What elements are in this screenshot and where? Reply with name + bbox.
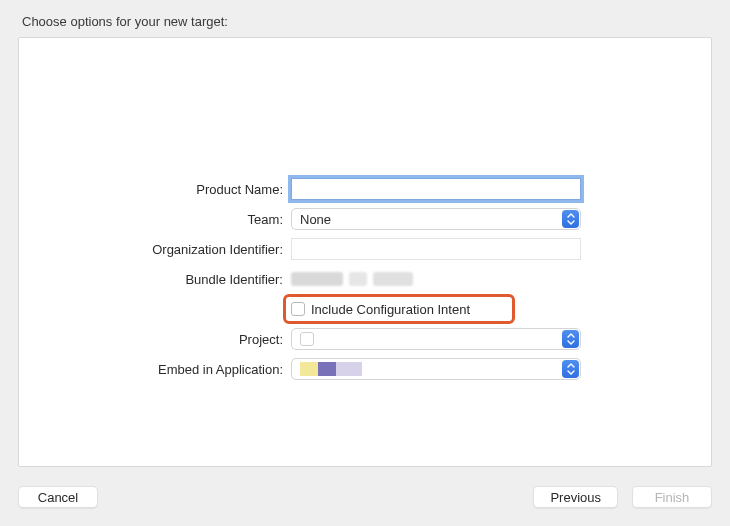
- row-product-name: Product Name:: [19, 174, 711, 204]
- team-select[interactable]: None: [291, 208, 581, 230]
- sheet-title: Choose options for your new target:: [22, 14, 712, 29]
- new-target-options-sheet: Choose options for your new target: Prod…: [0, 0, 730, 526]
- row-project: Project:: [19, 324, 711, 354]
- label-embed-app: Embed in Application:: [19, 362, 291, 377]
- include-config-checkbox[interactable]: [291, 302, 305, 316]
- org-id-field[interactable]: [291, 238, 581, 260]
- project-icon: [300, 332, 314, 346]
- label-product-name: Product Name:: [19, 182, 291, 197]
- row-embed-app: Embed in Application:: [19, 354, 711, 384]
- embed-app-select[interactable]: [291, 358, 581, 380]
- options-panel: Product Name: Team: None Organiz: [18, 37, 712, 467]
- button-bar: Cancel Previous Finish: [18, 486, 712, 508]
- options-form: Product Name: Team: None Organiz: [19, 174, 711, 384]
- product-name-input[interactable]: [291, 178, 581, 200]
- project-select[interactable]: [291, 328, 581, 350]
- bundle-id-value: [291, 268, 581, 290]
- label-project: Project:: [19, 332, 291, 347]
- include-config-label: Include Configuration Intent: [311, 302, 470, 317]
- chevron-up-down-icon: [562, 360, 579, 378]
- label-org-id: Organization Identifier:: [19, 242, 291, 257]
- app-icon: [300, 362, 362, 376]
- team-select-value: None: [300, 212, 331, 227]
- row-org-id: Organization Identifier:: [19, 234, 711, 264]
- chevron-up-down-icon: [562, 330, 579, 348]
- label-bundle-id: Bundle Identifier:: [19, 272, 291, 287]
- finish-button[interactable]: Finish: [632, 486, 712, 508]
- row-team: Team: None: [19, 204, 711, 234]
- previous-button[interactable]: Previous: [533, 486, 618, 508]
- row-include-config: Include Configuration Intent: [19, 294, 711, 324]
- label-team: Team:: [19, 212, 291, 227]
- row-bundle-id: Bundle Identifier:: [19, 264, 711, 294]
- cancel-button[interactable]: Cancel: [18, 486, 98, 508]
- chevron-up-down-icon: [562, 210, 579, 228]
